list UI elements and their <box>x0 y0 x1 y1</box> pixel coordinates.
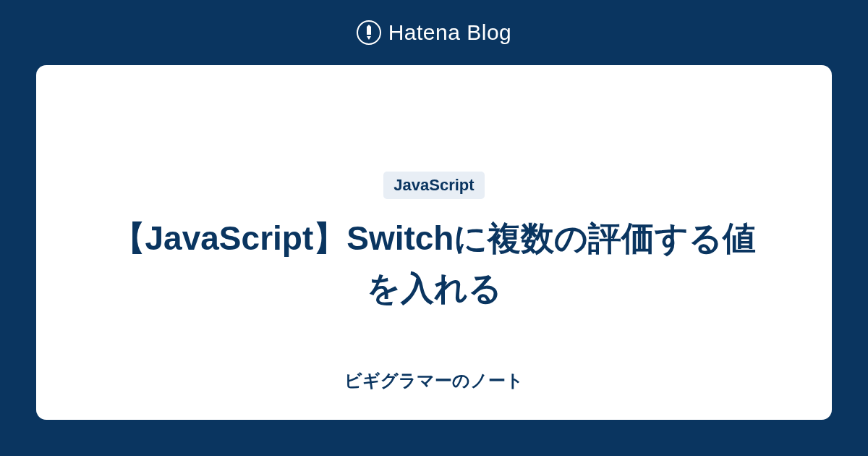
hatena-logo-icon <box>357 20 381 45</box>
card-content: JavaScript 【JavaScript】Switchに複数の評価する値を入… <box>109 94 760 391</box>
header: Hatena Blog <box>357 0 512 65</box>
category-badge: JavaScript <box>383 172 484 199</box>
content-card: JavaScript 【JavaScript】Switchに複数の評価する値を入… <box>36 65 832 420</box>
logo-text: Hatena Blog <box>388 20 512 45</box>
article-title: 【JavaScript】Switchに複数の評価する値を入れる <box>109 214 760 313</box>
blog-name: ビギグラマーのノート <box>344 369 524 392</box>
